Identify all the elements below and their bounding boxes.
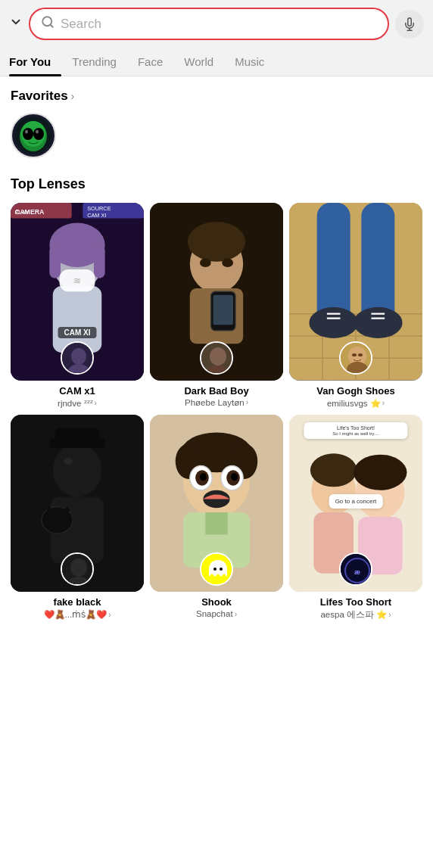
lens-thumbnail-shook — [150, 415, 283, 593]
svg-rect-62 — [55, 428, 100, 443]
svg-rect-46 — [317, 203, 350, 325]
chevron-down-icon[interactable] — [9, 15, 23, 33]
favorite-item-alien[interactable] — [11, 113, 56, 158]
lens-name-lifes-too-short: Lifes Too Short — [320, 596, 391, 608]
favorites-chevron: › — [71, 90, 75, 102]
svg-rect-22 — [94, 245, 105, 278]
svg-point-31 — [188, 222, 245, 262]
tab-face[interactable]: Face — [127, 48, 173, 76]
svg-text:æ: æ — [354, 568, 360, 576]
svg-point-67 — [70, 558, 87, 577]
svg-point-64 — [64, 458, 73, 465]
content: Favorites › — [0, 76, 433, 868]
header: Search — [0, 0, 433, 40]
lens-card-lifes-too-short[interactable]: Life's Too Short!So I might as well try.… — [289, 415, 422, 621]
svg-point-57 — [358, 353, 363, 356]
lens-name-fake-black: fake black — [54, 596, 101, 608]
search-placeholder: Search — [61, 17, 377, 32]
svg-point-10 — [36, 130, 39, 134]
favorites-row — [11, 113, 422, 158]
lens-creator-cam-x1: rjndve ᶻᶻᶻ › — [58, 398, 97, 409]
lens-name-cam-x1: CAM x1 — [59, 385, 95, 397]
svg-point-32 — [200, 258, 211, 267]
svg-line-1 — [50, 24, 52, 26]
svg-point-92 — [354, 454, 407, 490]
tab-trending[interactable]: Trending — [61, 48, 127, 76]
lens-card-van-gogh-shoes[interactable]: Van Gogh Shoes emiliusvgs ⭐ › — [289, 203, 422, 409]
svg-text:PLAY: PLAY — [15, 209, 29, 216]
svg-point-89 — [310, 453, 357, 487]
lens-thumbnail-cam-x1: CAMERA PLAY SOURCE CAM XI — [11, 203, 144, 381]
alien-icon — [14, 116, 53, 155]
svg-point-60 — [53, 443, 102, 496]
svg-point-56 — [352, 353, 357, 356]
lens-thumbnail-van-gogh-shoes — [289, 203, 422, 381]
lens-card-shook[interactable]: Shook Snapchat › — [150, 415, 283, 621]
svg-point-79 — [231, 473, 238, 481]
lens-creator-fake-black: ❤️🧸...ṁṡ🧸❤️ › — [44, 609, 111, 620]
search-icon — [41, 15, 55, 33]
svg-point-33 — [222, 258, 233, 267]
svg-rect-21 — [49, 245, 61, 278]
svg-point-84 — [213, 568, 216, 571]
lens-creator-van-gogh-shoes: emiliusvgs ⭐ › — [327, 398, 385, 409]
svg-point-49 — [354, 307, 403, 338]
svg-rect-47 — [361, 203, 394, 325]
svg-point-80 — [203, 490, 229, 507]
svg-text:≋: ≋ — [73, 275, 81, 285]
mic-button[interactable] — [395, 10, 424, 39]
lens-creator-lifes-too-short: aespa 에스파 ⭐ › — [320, 609, 391, 621]
cam-x1-label: CAM XI — [58, 327, 97, 338]
search-bar[interactable]: Search — [29, 8, 389, 40]
svg-point-78 — [200, 473, 207, 481]
lens-creator-shook: Snapchat › — [196, 609, 237, 618]
svg-point-26 — [71, 348, 86, 365]
svg-point-48 — [309, 307, 358, 338]
svg-rect-35 — [213, 295, 233, 325]
lens-name-shook: Shook — [201, 596, 232, 608]
lifes-too-short-caption: Life's Too Short!So I might as well try.… — [304, 422, 407, 439]
lens-thumbnail-fake-black — [11, 415, 144, 593]
svg-point-85 — [220, 568, 223, 571]
go-to-concert-card: Go to a concert — [329, 494, 383, 509]
svg-point-9 — [25, 130, 28, 134]
svg-text:CAM XI: CAM XI — [87, 212, 106, 219]
lens-thumbnail-dark-bad-boy — [150, 203, 283, 381]
tab-for-you[interactable]: For You — [9, 48, 61, 76]
lens-thumbnail-lifes-too-short: Life's Too Short!So I might as well try.… — [289, 415, 422, 593]
tab-world[interactable]: World — [173, 48, 224, 76]
favorites-title: Favorites — [11, 89, 68, 104]
svg-point-8 — [33, 128, 44, 140]
lens-card-fake-black[interactable]: fake black ❤️🧸...ṁṡ🧸❤️ › — [11, 415, 144, 621]
lens-creator-dark-bad-boy: Phøebe Laytøn › — [185, 398, 248, 407]
lenses-grid: CAMERA PLAY SOURCE CAM XI — [11, 203, 422, 621]
lens-card-dark-bad-boy[interactable]: Dark Bad Boy Phøebe Laytøn › — [150, 203, 283, 409]
svg-rect-82 — [205, 512, 227, 534]
svg-point-7 — [23, 128, 33, 140]
tab-music[interactable]: Music — [224, 48, 275, 76]
lens-name-dark-bad-boy: Dark Bad Boy — [184, 385, 248, 397]
lens-card-cam-x1[interactable]: CAMERA PLAY SOURCE CAM XI — [11, 203, 144, 409]
lens-name-van-gogh-shoes: Van Gogh Shoes — [316, 385, 394, 397]
svg-point-37 — [210, 347, 226, 366]
svg-text:SOURCE: SOURCE — [87, 205, 111, 212]
nav-tabs: For You Trending Face World Music — [0, 48, 433, 76]
favorite-avatar-alien — [11, 113, 56, 158]
top-lenses-title: Top Lenses — [11, 176, 422, 192]
favorites-header[interactable]: Favorites › — [11, 89, 422, 104]
